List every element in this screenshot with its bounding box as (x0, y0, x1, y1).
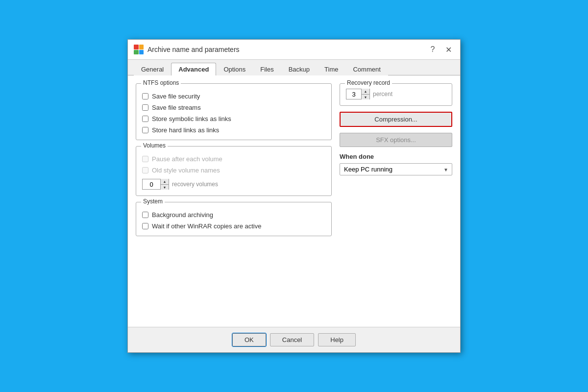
dialog-footer: OK Cancel Help (128, 327, 460, 352)
pause-volume-label: Pause after each volume (152, 155, 222, 163)
store-hardlinks-label: Store hard links as links (152, 126, 219, 134)
tab-files[interactable]: Files (253, 63, 281, 75)
save-security-checkbox[interactable] (142, 93, 148, 99)
recovery-percent-input[interactable] (346, 89, 361, 99)
tab-general[interactable]: General (134, 63, 171, 75)
save-security-row: Save file security (142, 93, 325, 100)
old-style-checkbox[interactable] (142, 167, 148, 173)
recovery-volumes-label: recovery volumes (172, 181, 218, 188)
help-footer-button[interactable]: Help (318, 333, 356, 346)
recovery-volumes-spinner[interactable]: ▲ ▼ (142, 179, 169, 190)
recovery-volumes-down[interactable]: ▼ (161, 184, 169, 190)
when-done-select[interactable]: Keep PC running Sleep Hibernate Shut dow… (340, 163, 452, 175)
recovery-group-label: Recovery record (345, 79, 392, 86)
right-column: Recovery record ▲ ▼ percent Compression.… (340, 83, 452, 319)
dialog-title: Archive name and parameters (147, 46, 240, 53)
old-style-label: Old style volume names (152, 167, 220, 174)
left-column: NTFS options Save file security Save fil… (136, 83, 332, 319)
recovery-volumes-spinner-buttons: ▲ ▼ (160, 179, 169, 190)
title-bar-right: ? ✕ (427, 44, 454, 55)
cancel-button[interactable]: Cancel (270, 333, 314, 346)
recovery-group: Recovery record ▲ ▼ percent (340, 83, 452, 106)
recovery-volumes-row: ▲ ▼ recovery volumes (142, 179, 325, 190)
volumes-group-label: Volumes (141, 142, 168, 149)
background-archiving-row: Background archiving (142, 211, 325, 219)
wait-winrar-label: Wait if other WinRAR copies are active (152, 222, 261, 230)
recovery-record-row: ▲ ▼ percent (346, 89, 446, 99)
store-symlinks-row: Store symbolic links as links (142, 115, 325, 122)
when-done-label: When done (340, 153, 452, 160)
app-icon (134, 45, 144, 54)
ok-button[interactable]: OK (232, 333, 266, 346)
system-group: System Background archiving Wait if othe… (136, 202, 332, 236)
recovery-up[interactable]: ▲ (362, 89, 369, 94)
recovery-spinner-buttons: ▲ ▼ (361, 89, 369, 99)
title-bar-left: Archive name and parameters (134, 45, 240, 54)
tab-comment[interactable]: Comment (345, 63, 388, 75)
dialog: Archive name and parameters ? ✕ General … (127, 39, 461, 353)
save-streams-label: Save file streams (152, 104, 201, 111)
volumes-group: Volumes Pause after each volume Old styl… (136, 146, 332, 196)
pause-volume-checkbox[interactable] (142, 156, 148, 162)
old-style-row: Old style volume names (142, 167, 325, 174)
recovery-volumes-input[interactable] (143, 179, 160, 189)
store-hardlinks-checkbox[interactable] (142, 127, 148, 133)
tab-backup[interactable]: Backup (281, 63, 317, 75)
tab-time[interactable]: Time (317, 63, 345, 75)
background-archiving-checkbox[interactable] (142, 212, 148, 218)
recovery-volumes-up[interactable]: ▲ (161, 179, 169, 184)
recovery-percent-spinner[interactable]: ▲ ▼ (346, 89, 370, 99)
store-symlinks-checkbox[interactable] (142, 116, 148, 122)
tab-options[interactable]: Options (216, 63, 253, 75)
when-done-section: When done Keep PC running Sleep Hibernat… (340, 153, 452, 175)
ntfs-group: NTFS options Save file security Save fil… (136, 83, 332, 140)
when-done-select-wrapper[interactable]: Keep PC running Sleep Hibernate Shut dow… (340, 163, 452, 175)
recovery-down[interactable]: ▼ (362, 94, 369, 99)
recovery-unit-label: percent (373, 91, 392, 98)
close-button[interactable]: ✕ (442, 44, 454, 55)
compression-button[interactable]: Compression... (340, 112, 452, 127)
store-symlinks-label: Store symbolic links as links (152, 115, 231, 122)
save-streams-checkbox[interactable] (142, 104, 148, 111)
content-area: NTFS options Save file security Save fil… (128, 75, 460, 327)
save-streams-row: Save file streams (142, 104, 325, 111)
pause-volume-row: Pause after each volume (142, 155, 325, 163)
help-button[interactable]: ? (427, 44, 439, 55)
tab-advanced[interactable]: Advanced (171, 63, 216, 75)
wait-winrar-row: Wait if other WinRAR copies are active (142, 222, 325, 230)
tabs-bar: General Advanced Options Files Backup Ti… (128, 60, 460, 75)
save-security-label: Save file security (152, 93, 200, 100)
store-hardlinks-row: Store hard links as links (142, 126, 325, 134)
system-group-label: System (141, 198, 165, 205)
sfx-button[interactable]: SFX options... (340, 133, 452, 147)
wait-winrar-checkbox[interactable] (142, 223, 148, 229)
ntfs-group-label: NTFS options (141, 79, 181, 86)
background-archiving-label: Background archiving (152, 211, 213, 219)
title-bar: Archive name and parameters ? ✕ (128, 40, 460, 60)
